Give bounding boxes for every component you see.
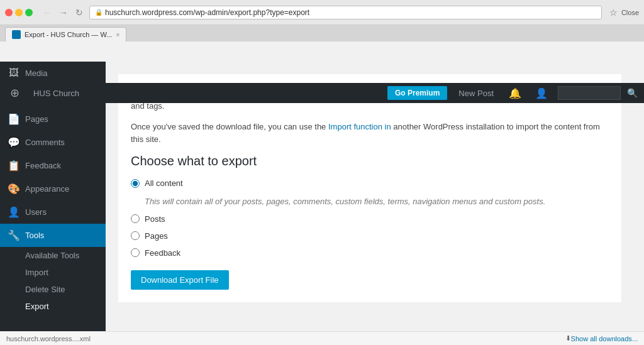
sidebar-subitem-export[interactable]: Export <box>0 298 106 315</box>
appearance-icon: 🎨 <box>8 183 20 195</box>
tab-title: Export - HUS Church — W... <box>25 31 112 38</box>
admin-search-input[interactable] <box>558 86 621 100</box>
sidebar-item-tools[interactable]: 🔧 Tools <box>0 224 106 247</box>
sidebar-label-users: Users <box>25 207 47 217</box>
posts-option[interactable]: Posts <box>131 214 609 224</box>
notifications-icon[interactable]: 🔔 <box>505 87 525 99</box>
all-content-label: All content <box>145 178 183 188</box>
users-icon: 👤 <box>8 206 20 218</box>
bookmark-button[interactable]: ☆ <box>609 8 618 18</box>
browser-tab[interactable]: Export - HUS Church — W... × <box>5 27 126 41</box>
browser-chrome: ← → ↻ 🔒 huschurch.wordpress.com/wp-admin… <box>0 0 644 25</box>
feedback-radio[interactable] <box>131 248 140 257</box>
main-content: This format, which we call WordPress Ext… <box>106 62 644 345</box>
sidebar-item-media[interactable]: 🖼 Media <box>0 62 106 84</box>
forward-button[interactable]: → <box>57 6 70 19</box>
sidebar-label-comments: Comments <box>25 138 65 147</box>
pages-icon: 📄 <box>8 113 20 125</box>
media-icon: 🖼 <box>8 67 20 79</box>
sidebar-label-pages: Pages <box>25 114 48 124</box>
sidebar-item-pages[interactable]: 📄 Pages <box>0 107 106 131</box>
content-area: This format, which we call WordPress Ext… <box>118 74 621 302</box>
new-post-button[interactable]: New Post <box>453 89 499 98</box>
feedback-option[interactable]: Feedback <box>131 248 609 258</box>
posts-label: Posts <box>145 214 165 224</box>
sidebar-item-users[interactable]: 👤 Users <box>0 200 106 224</box>
sidebar: 🖼 Media 🔗 Links 📄 Pages 💬 Comments 📋 Fee… <box>0 62 106 345</box>
address-bar[interactable]: 🔒 huschurch.wordpress.com/wp-admin/expor… <box>89 6 602 19</box>
comments-icon: 💬 <box>8 136 20 148</box>
go-premium-button[interactable]: Go Premium <box>387 86 447 100</box>
sidebar-label-feedback: Feedback <box>25 161 61 170</box>
import-link[interactable]: Import function in <box>328 122 391 131</box>
sidebar-subitem-delete-site[interactable]: Delete Site <box>0 281 106 298</box>
sidebar-label-media: Media <box>25 68 47 78</box>
pages-radio[interactable] <box>131 231 140 240</box>
address-icon: 🔒 <box>95 9 103 16</box>
browser-actions: ☆ Close <box>609 8 639 18</box>
address-text: huschurch.wordpress.com/wp-admin/export.… <box>105 8 309 17</box>
admin-search-button[interactable]: 🔍 <box>627 88 638 98</box>
window-maximize-button[interactable] <box>25 9 33 16</box>
user-icon[interactable]: 👤 <box>531 87 552 99</box>
feedback-icon: 📋 <box>8 160 20 172</box>
back-button[interactable]: ← <box>40 6 54 19</box>
sidebar-subitem-available-tools[interactable]: Available Tools <box>0 247 106 264</box>
all-content-option[interactable]: All content <box>131 178 609 188</box>
tools-icon: 🔧 <box>8 229 20 241</box>
nav-arrows: ← → ↻ <box>40 6 86 19</box>
window-close-button[interactable] <box>5 9 13 16</box>
status-url: huschurch.wordpress....xml <box>6 335 565 342</box>
download-export-button[interactable]: Download Export File <box>131 270 229 290</box>
all-content-description: This will contain all of your posts, pag… <box>145 195 609 208</box>
admin-bar: ⊕ HUS Church Go Premium New Post 🔔 👤 🔍 <box>0 83 644 103</box>
sidebar-item-feedback[interactable]: 📋 Feedback <box>0 154 106 177</box>
wp-logo[interactable]: ⊕ <box>6 86 23 100</box>
import-text-before: Once you've saved the download file, you… <box>131 122 326 131</box>
sidebar-item-comments[interactable]: 💬 Comments <box>0 131 106 154</box>
feedback-export-label: Feedback <box>145 248 180 258</box>
export-options: All content This will contain all of you… <box>131 178 609 258</box>
show-downloads-link[interactable]: Show all downloads... <box>571 335 638 342</box>
downloads-icon: ⬇ <box>565 334 571 342</box>
close-label: Close <box>621 9 639 16</box>
import-paragraph: Once you've saved the download file, you… <box>131 121 609 147</box>
tab-favicon <box>12 30 21 39</box>
section-title: Choose what to export <box>131 154 609 168</box>
window-controls <box>5 9 33 16</box>
tab-close-button[interactable]: × <box>116 31 119 38</box>
sidebar-label-tools: Tools <box>25 231 44 240</box>
status-bar: huschurch.wordpress....xml ⬇ Show all do… <box>0 331 644 345</box>
tab-bar: Export - HUS Church — W... × <box>0 25 644 41</box>
refresh-button[interactable]: ↻ <box>73 6 86 19</box>
posts-radio[interactable] <box>131 214 140 223</box>
pages-label: Pages <box>145 231 168 241</box>
sidebar-item-appearance[interactable]: 🎨 Appearance <box>0 177 106 200</box>
window-minimize-button[interactable] <box>15 9 23 16</box>
all-content-radio[interactable] <box>131 179 140 188</box>
sidebar-label-appearance: Appearance <box>25 184 69 194</box>
sidebar-subitem-import[interactable]: Import <box>0 264 106 281</box>
pages-option[interactable]: Pages <box>131 231 609 241</box>
admin-bar-site[interactable]: HUS Church <box>30 89 83 98</box>
